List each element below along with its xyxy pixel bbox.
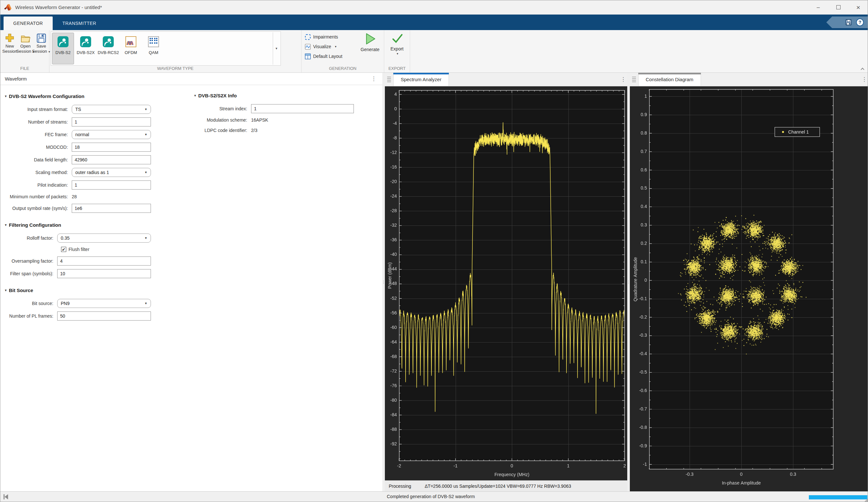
number-of-streams-input[interactable] [72,118,151,127]
modulation-scheme-value: 16APSK [251,118,268,123]
status-message: Completed generation of DVB-S2 waveform [387,494,475,499]
ldpc-code-value: 2/3 [251,128,257,133]
generate-play-icon [363,32,377,46]
resize-grip-icon[interactable] [865,499,868,502]
form-row: Number of streams: [0,116,194,128]
form-row: Filter span (symbols): [0,267,194,280]
form-row: Modulation scheme: 16APSK [194,115,375,125]
constellation-panel-header: Constellation Diagram ⋮ [630,73,868,86]
bit-source-dropdown[interactable]: PN9 ▼ [57,299,151,308]
spectrum-plot[interactable] [385,86,627,480]
dropdown-arrow-icon: ▼ [396,52,399,55]
drag-handle-icon[interactable] [385,73,393,86]
form-row: Stream index: [194,102,375,115]
scaling-method-dropdown[interactable]: outer radius as 1 ▼ [72,168,151,177]
form-row: Oversampling factor: [0,254,194,267]
help-icon[interactable]: ? [856,18,864,26]
oversampling-factor-input[interactable] [57,257,151,265]
form-row: Bit source: PN9 ▼ [0,297,194,310]
section-label-generation: GENERATION [301,66,384,71]
ribbon-section-waveform-type: DVB-S2 DVB-S2X [50,30,301,72]
quick-access-toolbar: ? [826,17,868,28]
save-icon[interactable] [845,19,852,26]
new-session-icon [4,33,15,44]
constellation-plot[interactable] [630,86,868,491]
ribbon-section-export: Export ▼ EXPORT [384,30,410,72]
ribbon-tab-strip: GENERATOR TRANSMITTER ? [0,14,868,30]
section-label-file: FILE [0,66,49,71]
data-field-length-input[interactable] [72,155,151,164]
close-button[interactable]: × [848,0,868,14]
form-row: LDPC code identifier: 2/3 [194,125,375,135]
maximize-button[interactable] [828,0,848,14]
dvbs2-info-block: ▾ DVB-S2/S2X Info Stream index: Modulati… [194,85,375,135]
collapse-arrow-icon: ▾ [194,93,196,98]
section-label-export: EXPORT [384,66,410,71]
form-row: Rolloff factor: 0.35 ▼ [0,232,194,244]
num-pl-frames-input[interactable] [57,311,151,321]
ribbon-section-file: New Session Open Session▼ Save [0,30,50,72]
satellite-icon [57,36,69,48]
kebab-menu-icon[interactable]: ⋮ [860,76,868,83]
waveform-tile-dvbs2x[interactable]: DVB-S2X [75,33,97,64]
kebab-menu-icon[interactable]: ⋮ [619,76,627,83]
spectrum-status-strip: Processing ΔT=256.0000 us Samples/Update… [385,480,627,491]
spectrum-panel-header: Spectrum Analyzer ⋮ [385,73,627,86]
waveform-panel-header: Waveform ⋮ [0,73,382,85]
rolloff-factor-dropdown[interactable]: 0.35 ▼ [57,233,151,243]
tab-constellation-diagram[interactable]: Constellation Diagram [638,73,701,86]
status-bar: Completed generation of DVB-S2 waveform [0,491,868,502]
dropdown-arrow-icon: ▼ [144,237,147,240]
waveform-tile-ofdm[interactable]: OFDM [120,33,142,64]
dropdown-arrow-icon: ▼ [144,171,147,174]
dropdown-arrow-icon: ▼ [144,302,147,305]
dropdown-arrow-icon: ▼ [144,108,147,111]
section-dvbs2-config[interactable]: ▾ DVB-S2 Waveform Configuration [5,93,194,99]
section-label-waveform-type: WAVEFORM TYPE [50,66,301,71]
panel-splitter[interactable]: ⋮ [382,73,385,491]
minimize-button[interactable]: – [808,0,828,14]
gallery-dropdown-button[interactable]: ▼ [273,32,280,65]
fec-frame-dropdown[interactable]: normal ▼ [72,130,151,139]
ribbon-collapse-icon[interactable] [861,67,865,70]
kebab-menu-icon[interactable]: ⋮ [370,76,378,82]
stream-index-input[interactable] [251,104,354,113]
main-area: Waveform ⋮ ▾ DVB-S2 Waveform Configurati… [0,73,868,491]
output-symbol-rate-input[interactable] [72,204,151,213]
app-window: Wireless Waveform Generator - untitled* … [0,0,868,502]
export-button[interactable]: Export ▼ [384,32,410,55]
tab-generator[interactable]: GENERATOR [3,17,53,30]
pilot-indication-input[interactable] [72,180,151,190]
waveform-tile-dvbs2[interactable]: DVB-S2 [52,33,74,64]
default-layout-button[interactable]: Default Layout [305,51,342,61]
form-row: MODCOD: [0,141,194,153]
progress-bar [809,495,867,499]
matlab-logo-icon [3,3,12,12]
generate-button[interactable]: Generate [358,32,382,52]
satellite-icon [102,36,114,48]
collapse-panel-icon[interactable] [3,494,8,499]
ribbon-toolbar: New Session Open Session▼ Save [0,30,868,73]
section-dvbs2-info[interactable]: ▾ DVB-S2/S2X Info [194,93,375,98]
drag-handle-icon[interactable] [630,73,638,86]
panel-splitter[interactable]: ⋮ [627,73,630,491]
waveform-panel: Waveform ⋮ ▾ DVB-S2 Waveform Configurati… [0,73,382,491]
waveform-tile-qam[interactable]: QAM [143,33,165,64]
tab-spectrum-analyzer[interactable]: Spectrum Analyzer [393,73,449,86]
ribbon-section-generation: Impairments Visualize ▼ D [301,30,384,72]
input-stream-format-dropdown[interactable]: TS ▼ [72,105,151,114]
window-title: Wireless Waveform Generator - untitled* [15,4,102,10]
waveform-tile-dvbrcs2[interactable]: DVB-RCS2 [97,33,119,64]
qam-grid-icon [148,36,159,48]
collapse-arrow-icon: ▾ [5,94,7,98]
form-row: Minimum number of packets: 28 [0,191,194,202]
section-bit-source[interactable]: ▾ Bit Source [5,288,194,293]
tab-transmitter[interactable]: TRANSMITTER [53,17,106,30]
filter-span-input[interactable] [57,269,151,278]
layout-icon [305,53,311,60]
section-filtering-config[interactable]: ▾ Filtering Configuration [5,222,194,228]
flush-filter-checkbox[interactable]: ✔ [61,247,66,252]
modcod-input[interactable] [72,143,151,152]
visualize-button[interactable]: Visualize ▼ [305,42,342,51]
impairments-button[interactable]: Impairments [305,32,342,42]
